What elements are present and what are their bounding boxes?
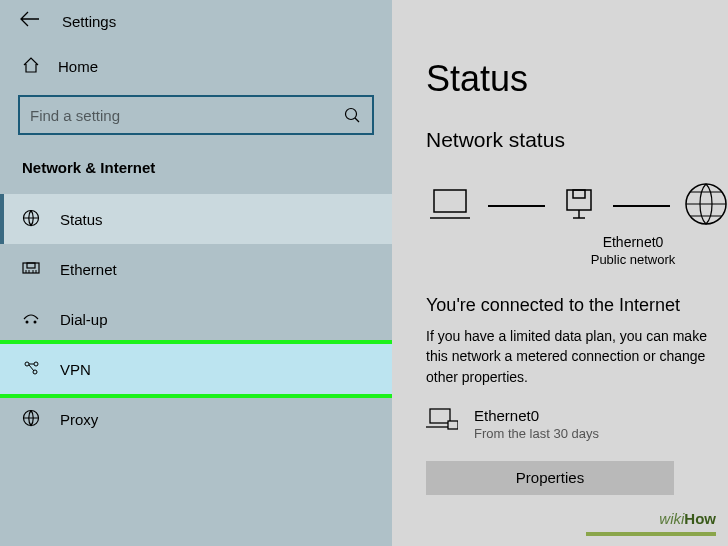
proxy-icon xyxy=(22,409,40,430)
home-icon xyxy=(22,56,40,77)
svg-rect-16 xyxy=(567,190,591,210)
svg-rect-23 xyxy=(448,421,458,429)
svg-point-9 xyxy=(26,320,29,323)
adapter-label: Ethernet0 xyxy=(474,407,599,424)
adapter-name: Ethernet0 xyxy=(538,234,728,250)
page-title: Settings xyxy=(62,13,116,30)
svg-point-13 xyxy=(34,362,38,366)
ethernet-device-icon xyxy=(426,407,458,441)
sidebar-item-label: Status xyxy=(60,211,103,228)
search-container xyxy=(18,95,374,135)
sidebar-item-proxy[interactable]: Proxy xyxy=(0,394,392,444)
connection-status: You're connected to the Internet xyxy=(426,295,728,316)
header: Settings xyxy=(0,0,392,42)
adapter-sub: From the last 30 days xyxy=(474,426,599,441)
watermark-bar xyxy=(586,532,716,536)
globe-icon xyxy=(684,182,728,230)
sidebar-item-label: Dial-up xyxy=(60,311,108,328)
laptop-icon xyxy=(426,186,474,226)
sidebar-item-label: Proxy xyxy=(60,411,98,428)
adapter-info: Ethernet0 Public network xyxy=(538,234,728,267)
svg-point-11 xyxy=(25,362,29,366)
svg-rect-17 xyxy=(573,190,585,198)
adapter-details: Ethernet0 From the last 30 days xyxy=(474,407,599,441)
sidebar-item-ethernet[interactable]: Ethernet xyxy=(0,244,392,294)
sidebar-item-label: Home xyxy=(58,58,98,75)
dialup-icon xyxy=(22,311,40,328)
svg-line-1 xyxy=(355,118,359,122)
ethernet-icon xyxy=(22,261,40,278)
svg-point-0 xyxy=(346,109,357,120)
back-icon[interactable] xyxy=(20,11,40,31)
sidebar-item-vpn[interactable]: VPN xyxy=(0,344,392,394)
search-icon[interactable] xyxy=(344,107,360,127)
network-diagram xyxy=(426,182,728,230)
status-icon xyxy=(22,209,40,230)
sidebar-item-dialup[interactable]: Dial-up xyxy=(0,294,392,344)
svg-rect-15 xyxy=(434,190,466,212)
sidebar-item-home[interactable]: Home xyxy=(0,42,392,91)
sidebar-item-label: VPN xyxy=(60,361,91,378)
category-label: Network & Internet xyxy=(0,149,392,194)
settings-sidebar: Settings Home Network & Internet Status … xyxy=(0,0,392,546)
sidebar-item-label: Ethernet xyxy=(60,261,117,278)
connection-line xyxy=(613,205,670,207)
properties-button[interactable]: Properties xyxy=(426,461,674,495)
svg-rect-21 xyxy=(430,409,450,423)
svg-rect-4 xyxy=(27,263,35,268)
main-heading: Status xyxy=(426,58,728,100)
connection-description: If you have a limited data plan, you can… xyxy=(426,326,728,387)
network-status-heading: Network status xyxy=(426,128,728,152)
search-input[interactable] xyxy=(18,95,374,135)
svg-point-10 xyxy=(34,320,37,323)
connection-line xyxy=(488,205,545,207)
vpn-icon xyxy=(22,361,40,378)
adapter-row: Ethernet0 From the last 30 days xyxy=(426,407,728,441)
router-icon xyxy=(559,184,599,228)
sidebar-item-status[interactable]: Status xyxy=(0,194,392,244)
adapter-type: Public network xyxy=(538,252,728,267)
main-content: Status Network status Ethernet0 Public n… xyxy=(392,0,728,546)
watermark: wikiHow xyxy=(659,510,716,528)
